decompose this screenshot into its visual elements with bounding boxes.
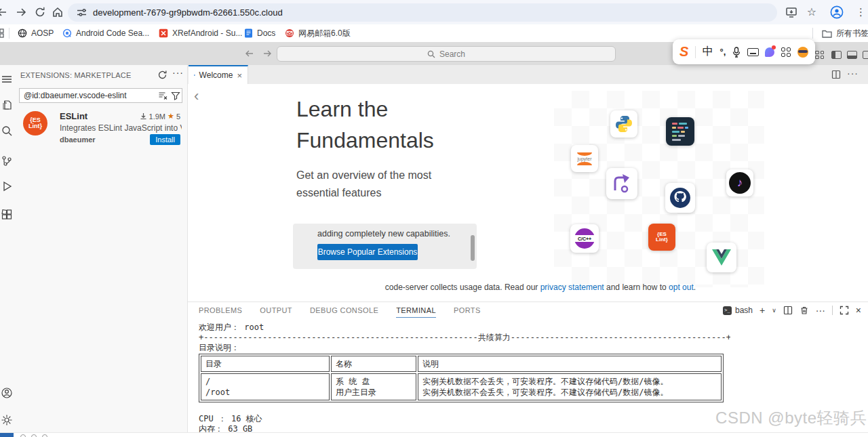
bookmark-aosp[interactable]: AOSP [18,24,54,42]
bookmark-docs[interactable]: Docs [244,24,275,42]
back-icon[interactable] [0,6,8,18]
keyboard-icon[interactable] [747,48,759,56]
tab-ports[interactable]: PORTS [454,306,481,318]
card-scrollbar[interactable] [471,235,475,261]
close-panel-icon[interactable]: × [856,306,861,315]
table-header-row: 目录 名称 说明 [201,356,722,372]
refresh-icon[interactable] [34,6,46,18]
search-view-icon[interactable] [1,125,13,137]
welcome-page: ‹ Learn the Fundamentals Get an overview… [188,84,868,301]
ime-punctuation-icon[interactable]: °, [720,47,726,57]
browse-popular-extensions-button[interactable]: Browse Popular Extensions [317,244,418,260]
apps-grid-icon[interactable] [0,28,4,38]
bookmark-label: Docs [257,28,275,38]
toggle-primary-sidebar-icon[interactable] [831,51,842,59]
extensions-icon[interactable] [1,209,13,221]
tab-terminal[interactable]: TERMINAL [396,306,436,318]
tab-debug-console[interactable]: DEBUG CONSOLE [310,306,378,318]
xref-icon [159,28,168,38]
sogou-logo-icon[interactable]: S [679,44,688,60]
step-description: adding completely new capabilities. [317,229,450,238]
customize-layout-icon[interactable] [815,51,824,59]
clear-search-icon[interactable] [158,91,167,100]
bookmark-star-icon[interactable]: ☆ [806,6,818,18]
tab-problems[interactable]: PROBLEMS [199,306,242,318]
new-terminal-icon[interactable]: + [760,306,765,315]
terminal-dir-desc-line: 目录说明： [199,343,239,353]
account-icon[interactable] [1,387,13,399]
xref-arrow-logo-icon [606,168,637,199]
extensions-sidebar: EXTENSIONS: MARKETPLACE ··· {ES Lint} ES… [14,65,188,432]
explorer-icon[interactable] [1,99,13,111]
forward-icon[interactable] [15,6,27,18]
github-logo-icon [665,183,695,213]
welcome-tab-icon [194,70,195,80]
profile-avatar[interactable] [830,5,844,19]
terminal-mem-line: 内存： 63 GB [199,424,252,432]
menu-icon[interactable] [1,73,13,85]
walkthrough-step-card: adding completely new capabilities. Brow… [293,224,477,269]
refresh-extensions-icon[interactable] [157,70,167,80]
panel-more-icon[interactable]: ··· [816,306,825,315]
install-button[interactable]: Install [150,134,180,145]
remote-indicator[interactable] [0,433,14,437]
bookmark-netease-mail[interactable]: 网易邮箱6.0版 [285,24,351,42]
kill-terminal-icon[interactable] [800,306,809,315]
ime-mode-toggle[interactable]: 中 [703,45,713,59]
site-info-icon[interactable] [77,7,87,18]
install-app-icon[interactable] [785,6,797,18]
source-control-icon[interactable] [1,154,13,167]
toggle-secondary-sidebar-icon[interactable] [863,51,868,59]
emoji-icon[interactable] [797,47,808,58]
tab-output[interactable]: OUTPUT [260,306,292,318]
url-bar[interactable]: development-7679-gr9pbwdm-62661.550c.clo… [68,3,777,22]
divider [832,306,833,315]
walkthrough-back-icon[interactable]: ‹ [194,89,199,103]
all-bookmarks[interactable]: 所有书签 [822,24,868,42]
docs-icon [244,28,253,38]
page-title: Learn the Fundamentals [296,93,434,156]
all-bookmarks-label: 所有书签 [836,28,868,39]
ime-toolbox-icon[interactable] [781,47,791,57]
cpp-label: C/C++ [572,235,597,242]
opt-out-link[interactable]: opt out [669,283,694,292]
split-terminal-icon[interactable] [783,306,793,315]
browser-toolbar: development-7679-gr9pbwdm-62661.550c.clo… [0,0,868,24]
settings-gear-icon[interactable] [1,414,13,426]
bookmark-android-code-search[interactable]: Android Code Sea... [62,24,149,42]
shell-selector[interactable]: >_ bash [723,306,753,315]
toggle-panel-icon[interactable] [847,51,857,59]
terminal-welcome-line: 欢迎用户： root [199,322,264,333]
search-icon [427,50,435,58]
command-center-search[interactable]: Search [277,46,616,62]
browser-menu-icon[interactable]: ⋮ [856,5,866,19]
python-logo-icon [610,110,637,138]
microphone-icon[interactable] [732,47,741,58]
split-editor-icon[interactable] [831,70,841,79]
extension-list-item-eslint[interactable]: {ES Lint} ESLint 1.9M ★ 5 Integrates ESL… [14,106,187,149]
editor-actions-more-icon[interactable]: ··· [847,68,859,79]
sidebar-more-icon[interactable]: ··· [172,67,184,78]
table-row: / /root 系 统 盘 用户主目录 实例关机数据不会丢失，可安装程序。不建议… [201,373,722,400]
editor-back-icon[interactable] [244,48,255,59]
divider [695,46,696,58]
ime-skin-icon[interactable] [765,47,774,57]
music-note-logo-icon: ♪ [726,169,753,196]
run-debug-icon[interactable] [1,180,13,192]
sidebar-title: EXTENSIONS: MARKETPLACE [20,71,132,79]
editor-forward-icon[interactable] [262,48,273,59]
tab-welcome[interactable]: Welcome × [189,65,248,84]
terminal-directory-table: 目录 名称 说明 / /root 系 统 盘 用户主目录 实例关机数据不会丢失，… [199,354,724,402]
maximize-panel-icon[interactable] [840,306,849,315]
telemetry-footer: code-server collects usage data. Read ou… [351,283,730,292]
rating-value: 5 [176,112,180,121]
tab-label: Welcome [199,70,233,80]
folder-icon [822,29,832,38]
chevron-down-icon[interactable]: ∨ [772,308,776,314]
home-icon[interactable] [52,6,64,18]
terminal-banner-line: +---------------------------------------… [199,333,730,343]
privacy-statement-link[interactable]: privacy statement [540,283,604,292]
tab-close-icon[interactable]: × [237,70,242,81]
bookmark-xrefandroid[interactable]: XRefAndroid - Su... [159,24,242,42]
filter-icon[interactable] [171,91,180,100]
